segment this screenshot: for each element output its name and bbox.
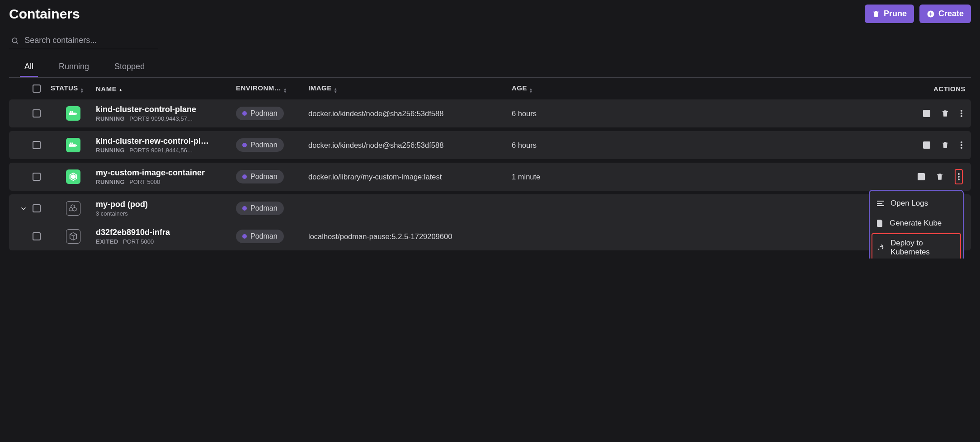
col-image[interactable]: IMAGE▲▼	[308, 84, 512, 93]
col-actions: ACTIONS	[566, 85, 966, 93]
env-badge: Podman	[236, 138, 284, 152]
svg-rect-12	[71, 143, 73, 145]
table-row: d32f2eb8910d-infra EXITEDPORT 5000 Podma…	[9, 222, 971, 250]
env-badge: Podman	[236, 170, 284, 183]
svg-point-8	[961, 113, 962, 114]
header-buttons: Prune Create	[865, 5, 971, 23]
stop-icon[interactable]	[923, 110, 930, 117]
dot-icon	[242, 174, 247, 179]
create-button[interactable]: Create	[919, 5, 971, 23]
container-name: kind-cluster-new-control-pl…	[96, 136, 236, 146]
table-header: STATUS▲▼ NAME▲ ENVIRONM…▲▼ IMAGE▲▼ AGE▲▼…	[9, 78, 971, 99]
trash-icon	[872, 10, 880, 18]
env-badge: Podman	[236, 202, 284, 215]
svg-point-19	[958, 176, 960, 178]
svg-rect-5	[71, 111, 73, 113]
name-cell[interactable]: kind-cluster-new-control-pl… RUNNINGPORT…	[96, 136, 236, 154]
prune-label: Prune	[884, 9, 907, 19]
image-text: localhost/podman-pause:5.2.5-1729209600	[308, 232, 512, 241]
svg-point-14	[961, 141, 962, 143]
stop-icon[interactable]	[923, 141, 930, 149]
name-cell[interactable]: my-pod (pod) 3 containers	[96, 200, 236, 217]
svg-rect-17	[918, 173, 925, 180]
svg-rect-4	[70, 111, 71, 113]
name-cell[interactable]: d32f2eb8910d-infra EXITEDPORT 5000	[96, 228, 236, 245]
row-checkbox[interactable]	[33, 109, 41, 118]
image-text: docker.io/kindest/node@sha256:53df588	[308, 141, 512, 150]
search-container	[9, 32, 158, 49]
svg-point-20	[958, 179, 960, 180]
name-cell[interactable]: kind-cluster-control-plane RUNNINGPORTS …	[96, 105, 236, 122]
page-header: Containers Prune Create	[9, 5, 971, 23]
dot-icon	[242, 111, 247, 116]
container-exited-icon	[66, 229, 80, 244]
file-icon	[877, 220, 883, 227]
svg-point-7	[961, 110, 962, 112]
row-checkbox[interactable]	[33, 204, 41, 212]
trash-icon[interactable]	[941, 141, 949, 149]
svg-point-1	[12, 38, 17, 42]
tab-running[interactable]: Running	[54, 57, 94, 77]
chevron-down-icon[interactable]	[20, 205, 27, 212]
row-checkbox[interactable]	[33, 232, 41, 240]
svg-rect-10	[69, 144, 76, 147]
svg-rect-3	[69, 113, 76, 115]
menu-open-logs[interactable]: Open Logs	[870, 193, 963, 213]
tab-stopped[interactable]: Stopped	[110, 57, 149, 77]
menu-deploy-kubernetes[interactable]: Deploy to Kubernetes	[872, 233, 961, 259]
dot-icon	[242, 143, 247, 147]
ports-text: PORT 5000	[123, 238, 154, 245]
container-running-icon	[66, 138, 80, 152]
name-cell[interactable]: my-custom-image-container RUNNINGPORT 50…	[96, 168, 236, 185]
col-env[interactable]: ENVIRONM…▲▼	[236, 84, 308, 93]
container-name: kind-cluster-control-plane	[96, 105, 236, 114]
table-row: kind-cluster-control-plane RUNNINGPORTS …	[9, 99, 971, 127]
tab-all[interactable]: All	[20, 57, 38, 77]
kebab-button-active[interactable]	[955, 169, 963, 184]
svg-point-18	[958, 173, 960, 175]
menu-generate-kube[interactable]: Generate Kube	[870, 213, 963, 233]
col-name[interactable]: NAME▲	[96, 85, 236, 93]
stop-icon[interactable]	[918, 173, 925, 180]
env-badge: Podman	[236, 230, 284, 243]
ports-text: PORT 5000	[129, 179, 160, 185]
svg-point-9	[961, 115, 962, 117]
age-text: 6 hours	[512, 109, 566, 118]
dot-icon	[242, 206, 247, 211]
svg-rect-22	[877, 203, 882, 204]
kebab-icon[interactable]	[960, 109, 963, 118]
ports-text: PORTS 9090,9443,57…	[129, 115, 193, 122]
svg-rect-13	[923, 141, 930, 149]
status-text: RUNNING	[96, 147, 125, 154]
ports-text: PORTS 9091,9444,56…	[129, 147, 193, 154]
table-row: my-custom-image-container RUNNINGPORT 50…	[9, 163, 971, 191]
status-text: RUNNING	[96, 179, 125, 185]
tabs: All Running Stopped	[9, 57, 971, 78]
kebab-icon[interactable]	[960, 141, 963, 149]
logs-icon	[877, 200, 884, 207]
search-input[interactable]	[24, 36, 156, 45]
trash-icon[interactable]	[936, 173, 944, 181]
trash-icon[interactable]	[941, 109, 949, 118]
status-text: RUNNING	[96, 115, 125, 122]
select-all-checkbox[interactable]	[33, 85, 41, 93]
search-icon	[11, 36, 19, 45]
svg-line-2	[16, 42, 18, 44]
image-text: docker.io/library/my-custom-image:latest	[308, 173, 512, 181]
age-text: 1 minute	[512, 173, 566, 181]
row-checkbox[interactable]	[33, 141, 41, 149]
create-label: Create	[938, 9, 964, 19]
col-age[interactable]: AGE▲▼	[512, 84, 566, 93]
svg-rect-11	[70, 143, 71, 145]
status-text: EXITED	[96, 238, 118, 245]
svg-point-16	[961, 147, 962, 149]
svg-rect-23	[877, 205, 884, 206]
row-checkbox[interactable]	[33, 173, 41, 181]
prune-button[interactable]: Prune	[865, 5, 914, 23]
table-row: kind-cluster-new-control-pl… RUNNINGPORT…	[9, 131, 971, 159]
plus-circle-icon	[927, 10, 935, 18]
col-status[interactable]: STATUS▲▼	[51, 84, 96, 93]
pod-sub: 3 containers	[96, 210, 128, 217]
image-text: docker.io/kindest/node@sha256:53df588	[308, 109, 512, 118]
container-name: d32f2eb8910d-infra	[96, 228, 236, 237]
